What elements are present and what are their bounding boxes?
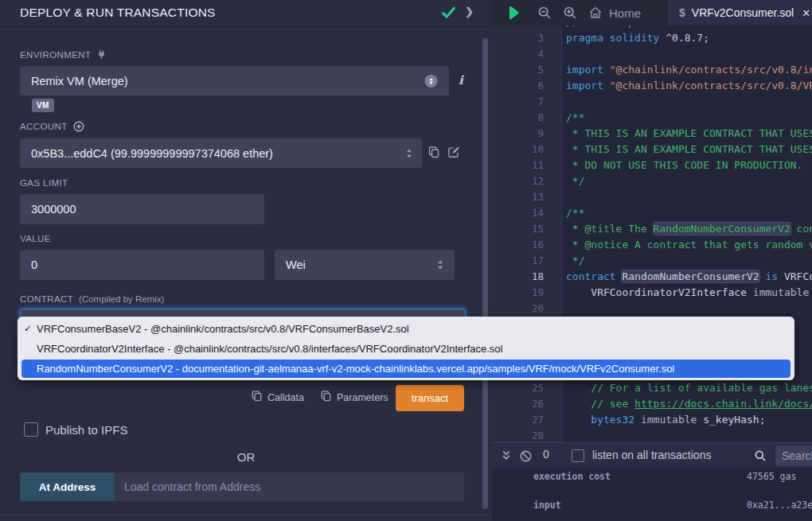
gas-limit-input[interactable] (20, 194, 264, 224)
at-address-button[interactable]: At Address (20, 472, 115, 501)
account-value: 0x5B3...eddC4 (99.99999999997374068 ethe… (31, 147, 273, 160)
line-number: 15 (492, 221, 561, 237)
transact-button[interactable]: transact (396, 385, 464, 411)
pending-tx-count: 0 (543, 448, 549, 461)
contract-option[interactable]: ✓VRFConsumerBaseV2 - @chainlink/contract… (18, 319, 794, 339)
code-line[interactable]: 5import "@chainlink/contracts/src/v0.8/i… (492, 62, 812, 78)
contract-dropdown-popup: ✓VRFConsumerBaseV2 - @chainlink/contract… (18, 317, 794, 380)
copy-account-icon[interactable] (427, 146, 440, 158)
code-line[interactable]: 18contract RandomNumberConsumerV2 is VRF… (492, 269, 812, 285)
terminal-search-input[interactable] (775, 445, 812, 466)
contract-option[interactable]: VRFCoordinatorV2Interface - @chainlink/c… (18, 339, 794, 359)
terminal-row-label: execution cost (533, 471, 611, 482)
code-line[interactable]: 13 (492, 189, 812, 205)
line-content (561, 189, 812, 205)
code-line[interactable]: 9 * THIS IS AN EXAMPLE CONTRACT THAT USE… (492, 126, 812, 142)
zoom-in-icon[interactable] (563, 6, 577, 20)
contract-option[interactable]: RandomNumberConsumerV2 - documentation-g… (21, 360, 791, 378)
line-number: 9 (492, 126, 561, 142)
gas-limit-label: GAS LIMIT (20, 178, 68, 188)
code-line[interactable]: 12 */ (492, 173, 812, 189)
code-line[interactable]: 26 // see https://docs.chain.link/docs/v… (492, 396, 812, 412)
tab-home[interactable]: Home (584, 0, 646, 25)
code-line[interactable]: 14/** (492, 205, 812, 221)
line-content: /** (561, 110, 812, 126)
code-line[interactable]: 6import "@chainlink/contracts/src/v0.8/V… (492, 78, 812, 94)
code-line[interactable]: 7 (492, 94, 812, 110)
line-number: 8 (492, 110, 561, 126)
line-content: */ (561, 253, 812, 269)
line-number: 4 (492, 46, 561, 62)
environment-label: ENVIRONMENT (20, 50, 91, 60)
code-line[interactable]: 4 (492, 46, 812, 62)
editor-tabbar: Home $ VRFv2Consumer.sol ✕ (492, 0, 812, 25)
code-line[interactable]: 15 * @title The RandomNumberConsumerV2 c… (492, 221, 812, 237)
selected-option-check-icon: ✓ (24, 319, 32, 339)
line-content: * THIS IS AN EXAMPLE CONTRACT THAT USES … (561, 126, 812, 142)
code-line[interactable]: 10 * THIS IS AN EXAMPLE CONTRACT THAT US… (492, 142, 812, 157)
panel-scrollbar[interactable] (482, 38, 488, 509)
expand-terminal-chevrons-icon[interactable] (500, 449, 513, 462)
plus-circle-icon[interactable] (73, 121, 84, 132)
line-content: import "@chainlink/contracts/src/v0.8/VR… (561, 78, 812, 94)
code-line[interactable]: 25 // For a list of available gas lanes … (492, 380, 812, 396)
vm-badge: VM (32, 99, 54, 112)
copy-calldata-icon[interactable] (251, 390, 263, 402)
run-script-play-icon[interactable] (506, 5, 521, 21)
terminal-toolbar: 0 listen on all transactions (492, 442, 812, 468)
line-number: 17 (492, 253, 561, 269)
code-line[interactable]: 28 (492, 428, 812, 442)
line-number: 28 (492, 428, 561, 442)
value-unit-select[interactable]: Wei (275, 250, 455, 280)
value-label: VALUE (20, 234, 51, 243)
listen-transactions-checkbox[interactable] (572, 449, 584, 462)
code-line[interactable]: 17 */ (492, 253, 812, 269)
publish-ipfs-checkbox[interactable] (24, 422, 38, 437)
code-line[interactable]: 11 * DO NOT USE THIS CODE IN PRODUCTION. (492, 157, 812, 173)
publish-ipfs-label: Publish to IPFS (45, 423, 127, 437)
account-select[interactable]: 0x5B3...eddC4 (99.99999999997374068 ethe… (20, 138, 422, 168)
contract-label-suffix: (Compiled by Remix) (79, 294, 164, 304)
line-content: /** (561, 205, 812, 221)
edit-account-icon[interactable] (447, 146, 460, 158)
tab-vrfv2consumer[interactable]: $ VRFv2Consumer.sol ✕ (669, 0, 812, 25)
code-line[interactable]: 20 (492, 301, 812, 317)
line-content: contract RandomNumberConsumerV2 is VRFCo… (561, 269, 812, 285)
line-content (561, 46, 812, 62)
zoom-out-icon[interactable] (537, 6, 552, 20)
environment-select[interactable]: Remix VM (Merge) (20, 66, 449, 95)
select-stepper-icon (404, 147, 414, 160)
line-number: 12 (492, 173, 561, 189)
line-content: import "@chainlink/contracts/src/v0.8/in… (561, 62, 812, 78)
code-line[interactable]: 3pragma solidity ^0.8.7; (492, 30, 812, 46)
code-line[interactable]: 8/** (492, 110, 812, 126)
calldata-label[interactable]: Calldata (267, 392, 304, 403)
line-number: 13 (492, 189, 561, 205)
close-tab-icon[interactable]: ✕ (802, 7, 810, 19)
line-number: 6 (492, 78, 561, 94)
listen-transactions-label: listen on all transactions (592, 449, 711, 461)
line-number: 27 (492, 412, 561, 428)
environment-info-icon[interactable]: i (459, 73, 463, 87)
clear-terminal-icon[interactable] (519, 449, 533, 463)
line-number: 19 (492, 285, 561, 301)
plug-icon (96, 49, 107, 60)
line-number: 10 (492, 142, 561, 157)
contract-option-label: RandomNumberConsumerV2 - documentation-g… (37, 363, 674, 375)
terminal-row-value: 0xa21...a23e4 (747, 500, 812, 511)
line-content: * @notice A contract that gets random va… (561, 237, 812, 253)
line-number: 3 (492, 30, 561, 46)
header-divider (0, 26, 492, 27)
value-input[interactable] (20, 250, 264, 280)
code-line[interactable]: 16 * @notice A contract that gets random… (492, 237, 812, 253)
code-line[interactable]: 27 bytes32 immutable s_keyHash; (492, 412, 812, 428)
parameters-label[interactable]: Parameters (337, 392, 388, 403)
collapse-panel-chevron-icon[interactable]: ❯ (465, 6, 474, 17)
at-address-input[interactable] (115, 472, 464, 501)
code-line[interactable]: 19 VRFCoordinatorV2Interface immutable C… (492, 285, 812, 301)
copy-parameters-icon[interactable] (320, 390, 332, 402)
value-unit: Wei (286, 259, 306, 271)
line-content: bytes32 immutable s_keyHash; (561, 412, 812, 428)
line-number: 7 (492, 94, 561, 110)
terminal-output: execution cost47565 gasinput0xa21...a23e… (492, 468, 812, 521)
